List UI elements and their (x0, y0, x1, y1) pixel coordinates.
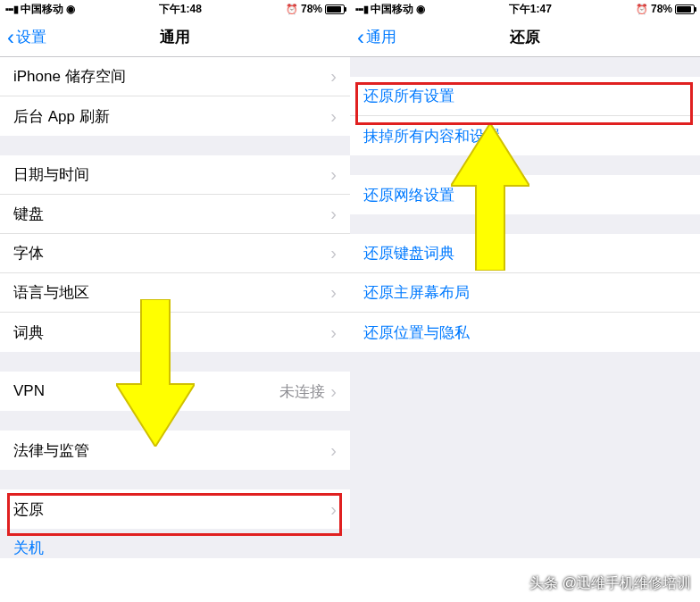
chevron-right-icon: › (330, 322, 337, 343)
section-legal: 法律与监管 › (0, 431, 350, 470)
time-label: 下午1:48 (159, 2, 202, 17)
nav-title: 通用 (0, 27, 350, 47)
section-reset-all: 还原所有设置 抹掉所有内容和设置 (350, 77, 700, 155)
row-label: 还原网络设置 (363, 185, 454, 205)
back-label: 设置 (16, 27, 46, 47)
nav-title: 还原 (350, 27, 700, 47)
wifi-icon: ◉ (66, 3, 75, 15)
row-label: 还原位置与隐私 (363, 322, 470, 343)
carrier-label: 中国移动 (371, 2, 413, 17)
battery-label: 78% (651, 3, 672, 15)
section-storage: iPhone 储存空间 › 后台 App 刷新 › (0, 57, 350, 136)
row-label: 键盘 (13, 204, 44, 224)
vpn-status: 未连接 (279, 381, 325, 402)
row-dictionary[interactable]: 词典 › (0, 313, 350, 352)
status-bar: ▪▪▪▮ 中国移动 ◉ 下午1:48 ⏰ 78% (0, 0, 350, 18)
chevron-left-icon: ‹ (7, 27, 14, 48)
row-label: 语言与地区 (13, 282, 89, 303)
row-legal[interactable]: 法律与监管 › (0, 431, 350, 470)
row-label: 日期与时间 (13, 164, 89, 185)
shutdown-label: 关机 (13, 539, 44, 556)
alarm-icon: ⏰ (636, 4, 648, 15)
battery-icon (675, 4, 695, 14)
row-label: 还原主屏幕布局 (363, 282, 470, 303)
row-label: 抹掉所有内容和设置 (363, 126, 500, 146)
row-keyboard[interactable]: 键盘 › (0, 195, 350, 234)
section-vpn: VPN 未连接 › (0, 372, 350, 411)
row-label: 字体 (13, 243, 44, 263)
row-language-region[interactable]: 语言与地区 › (0, 273, 350, 313)
row-erase-all[interactable]: 抹掉所有内容和设置 (350, 116, 700, 155)
nav-bar: ‹ 通用 还原 (350, 18, 700, 57)
section-reset-network: 还原网络设置 (350, 175, 700, 214)
row-shutdown[interactable]: 关机 (0, 529, 350, 558)
phone-right-reset: ▪▪▪▮ 中国移动 ◉ 下午1:47 ⏰ 78% ‹ 通用 还原 还原所有设置 (350, 0, 700, 558)
section-input: 日期与时间 › 键盘 › 字体 › 语言与地区 › 词典 › (0, 155, 350, 352)
phone-left-general: ▪▪▪▮ 中国移动 ◉ 下午1:48 ⏰ 78% ‹ 设置 通用 iPhone … (0, 0, 350, 558)
nav-bar: ‹ 设置 通用 (0, 18, 350, 57)
row-reset-all-settings[interactable]: 还原所有设置 (350, 77, 700, 116)
chevron-right-icon: › (330, 381, 337, 402)
row-reset-location-privacy[interactable]: 还原位置与隐私 (350, 313, 700, 352)
chevron-right-icon: › (330, 66, 337, 87)
row-reset-network[interactable]: 还原网络设置 (350, 175, 700, 214)
status-bar: ▪▪▪▮ 中国移动 ◉ 下午1:47 ⏰ 78% (350, 0, 700, 18)
row-label: iPhone 储存空间 (13, 66, 126, 87)
row-reset[interactable]: 还原 › (0, 489, 350, 529)
row-iphone-storage[interactable]: iPhone 储存空间 › (0, 57, 350, 96)
chevron-right-icon: › (330, 204, 337, 224)
signal-icon: ▪▪▪▮ (355, 4, 368, 15)
row-label: 还原所有设置 (363, 86, 454, 106)
wifi-icon: ◉ (416, 3, 425, 15)
signal-icon: ▪▪▪▮ (5, 4, 18, 15)
chevron-right-icon: › (330, 282, 337, 303)
battery-icon (325, 4, 345, 14)
row-label: 后台 App 刷新 (13, 106, 110, 127)
section-reset: 还原 › (0, 489, 350, 529)
back-button[interactable]: ‹ 设置 (0, 27, 46, 48)
battery-label: 78% (301, 3, 322, 15)
chevron-right-icon: › (330, 106, 337, 127)
row-label: VPN (13, 382, 45, 400)
carrier-label: 中国移动 (21, 2, 63, 17)
row-label: 词典 (13, 322, 44, 343)
row-label: 还原键盘词典 (363, 243, 454, 263)
row-vpn[interactable]: VPN 未连接 › (0, 372, 350, 411)
section-reset-other: 还原键盘词典 还原主屏幕布局 还原位置与隐私 (350, 234, 700, 352)
chevron-right-icon: › (330, 164, 337, 185)
row-background-refresh[interactable]: 后台 App 刷新 › (0, 96, 350, 136)
row-reset-home-layout[interactable]: 还原主屏幕布局 (350, 273, 700, 313)
alarm-icon: ⏰ (286, 4, 298, 15)
chevron-right-icon: › (330, 499, 337, 520)
back-button[interactable]: ‹ 通用 (350, 27, 396, 48)
row-fonts[interactable]: 字体 › (0, 234, 350, 273)
chevron-right-icon: › (330, 243, 337, 263)
back-label: 通用 (366, 27, 396, 47)
row-label: 还原 (13, 499, 44, 520)
row-date-time[interactable]: 日期与时间 › (0, 155, 350, 195)
watermark: 头条 @迅维手机维修培训 (529, 574, 691, 593)
chevron-right-icon: › (330, 440, 337, 461)
row-reset-keyboard-dict[interactable]: 还原键盘词典 (350, 234, 700, 273)
time-label: 下午1:47 (509, 2, 552, 17)
chevron-left-icon: ‹ (357, 27, 364, 48)
row-label: 法律与监管 (13, 440, 89, 461)
